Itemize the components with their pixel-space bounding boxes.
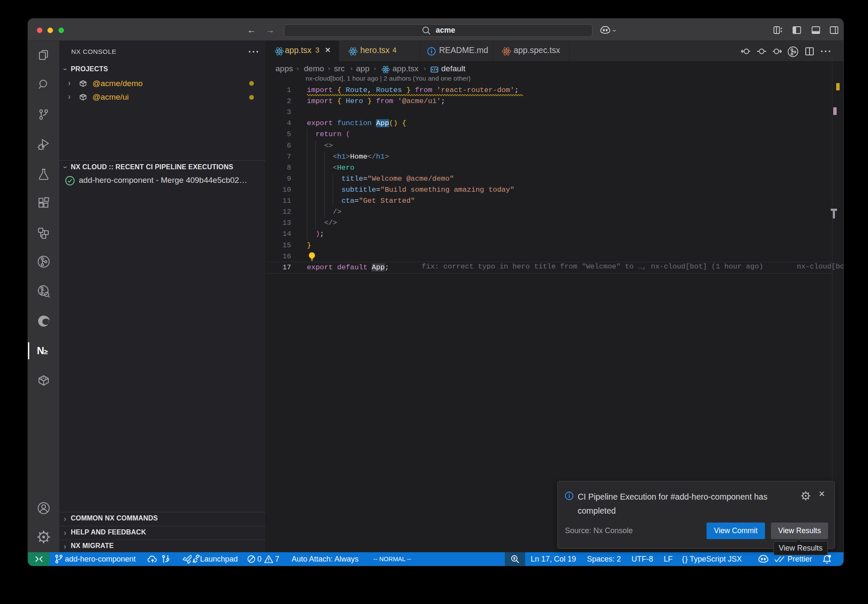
svg-text:≥: ≥ [44, 348, 48, 355]
svg-text:N: N [37, 345, 44, 356]
